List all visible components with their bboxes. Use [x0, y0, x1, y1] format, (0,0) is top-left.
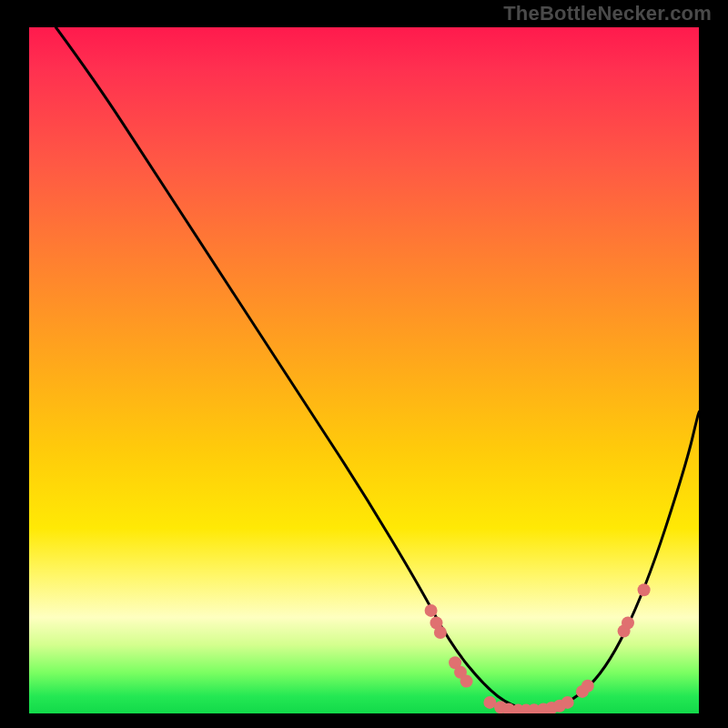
- attribution-text: TheBottleNecker.com: [503, 2, 712, 25]
- chart-frame: TheBottleNecker.com: [0, 0, 728, 728]
- curve-marker: [622, 617, 634, 630]
- curve-marker: [434, 626, 447, 639]
- plot-area: [29, 27, 699, 713]
- bottleneck-curve-line: [56, 27, 699, 709]
- bottleneck-curve-svg: [29, 27, 699, 713]
- curve-marker: [460, 675, 473, 688]
- curve-marker: [581, 680, 594, 693]
- curve-marker: [425, 604, 438, 617]
- curve-marker: [561, 696, 574, 709]
- curve-marker: [638, 583, 651, 596]
